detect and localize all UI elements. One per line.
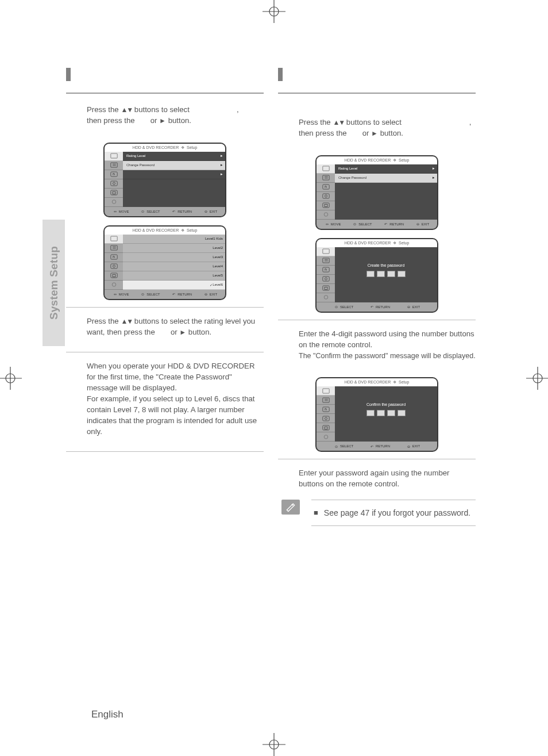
osd-create-password: HDD & DVD RECORDER ❖ Setup Create the pa…: [315, 238, 438, 313]
step-number: 4: [278, 328, 293, 361]
section-heading-rating: Rating Level: [66, 68, 264, 81]
svg-rect-12: [110, 153, 117, 158]
page: System Setup Rating Level 3 Press the ▲▼…: [0, 0, 548, 756]
osd-side-icons: [317, 164, 335, 220]
step-body: Enter the 4-digit password using the num…: [299, 328, 476, 361]
right-arrow: ►: [371, 129, 378, 139]
page-number: 44 -: [68, 708, 86, 720]
password-digit-box: [377, 410, 385, 416]
note-row: NOTE ■ See page 47 if you forgot your pa…: [278, 500, 476, 526]
step-4-left: 4 Press the ▲▼ buttons to select the rat…: [66, 316, 264, 346]
explain-body: When you operate your HDD & DVD RECORDER…: [87, 360, 264, 438]
password-digit-box: [387, 410, 395, 416]
section-rule: [66, 93, 264, 94]
step-rule: [66, 352, 264, 352]
bullet-icon: ■: [314, 508, 318, 517]
osd-side-icons: [105, 235, 123, 290]
osd-message: Confirm the password: [366, 402, 406, 406]
osd-confirm-password: HDD & DVD RECORDER ❖ Setup Confirm the p…: [315, 377, 438, 452]
svg-point-18: [113, 182, 115, 185]
section-heading-password: Change Password: [278, 68, 476, 81]
svg-point-21: [112, 200, 116, 204]
note-label: NOTE: [278, 517, 303, 524]
svg-rect-13: [110, 163, 117, 167]
right-arrow: ►: [159, 116, 166, 126]
step-4-right: 4 Enter the 4-digit password using the n…: [278, 328, 476, 369]
svg-rect-16: [110, 172, 117, 176]
svg-rect-60: [325, 427, 327, 429]
osd-footer: ⊙SELECT ↶RETURN ⊖EXIT: [317, 442, 437, 451]
right-column: Change Password 3 Press the ▲▼ buttons t…: [278, 68, 476, 526]
step-rule: [66, 307, 264, 308]
step-body: Enter your password again using the numb…: [299, 467, 476, 489]
password-digit-box: [398, 271, 406, 277]
osd-content: Create the password: [335, 247, 437, 302]
note-box: ■ See page 47 if you forgot your passwor…: [311, 500, 476, 526]
svg-rect-43: [322, 258, 329, 263]
osd-footer: ⇔MOVE ⊙SELECT ↶RETURN ⊖EXIT: [105, 207, 225, 216]
svg-rect-50: [325, 287, 327, 290]
section-rule: [278, 93, 476, 94]
svg-point-31: [112, 283, 116, 287]
svg-rect-37: [322, 194, 329, 198]
svg-rect-26: [110, 255, 117, 259]
password-digit-box: [398, 410, 406, 416]
step-3-left: 3 Press the ▲▼ buttons to select Rating …: [66, 104, 264, 135]
svg-rect-47: [322, 277, 329, 281]
osd-content: Rating Level▸ Change Password▸: [335, 164, 437, 220]
svg-point-61: [324, 435, 328, 439]
svg-rect-40: [325, 205, 327, 207]
password-digit-box: [366, 271, 375, 277]
step-number: 3: [278, 117, 293, 139]
password-digit-box: [366, 410, 375, 416]
osd-content: Rating Level▸ Change Password▸ ▸: [123, 152, 225, 207]
osd-title: HDD & DVD RECORDER ❖ Setup: [105, 144, 225, 152]
osd-footer: ⇔MOVE ⊙SELECT ↶RETURN ⊖EXIT: [317, 220, 437, 229]
step-body: Press the ▲▼ buttons to select Change Pa…: [299, 117, 476, 139]
svg-point-51: [324, 296, 328, 300]
osd-content: Confirm the password: [335, 386, 437, 442]
osd-title: HDD & DVD RECORDER ❖ Setup: [317, 239, 437, 247]
svg-rect-42: [322, 249, 329, 254]
right-arrow: ►: [179, 328, 186, 337]
svg-rect-56: [322, 407, 329, 412]
osd-setup-password: HDD & DVD RECORDER ❖ Setup Rating Level▸…: [315, 155, 438, 230]
chapter-tab-label: System Setup: [48, 246, 60, 320]
osd-footer: ⇔MOVE ⊙SELECT ↶RETURN ⊖EXIT: [105, 290, 225, 299]
osd-side-icons: [317, 386, 335, 442]
svg-rect-27: [110, 264, 117, 268]
svg-point-28: [113, 265, 115, 267]
note-text: See page 47 if you forgot your password.: [324, 508, 470, 517]
osd-title: HDD & DVD RECORDER ❖ Setup: [317, 156, 437, 164]
svg-rect-57: [322, 416, 329, 421]
svg-point-41: [324, 213, 328, 217]
svg-point-58: [325, 417, 327, 420]
step-rule: [278, 459, 476, 459]
osd-side-icons: [317, 247, 335, 302]
osd-footer: ⊙SELECT ↶RETURN ⊖EXIT: [317, 302, 437, 312]
osd-message: Create the password: [368, 263, 405, 267]
explain-left: When you operate your HDD & DVD RECORDER…: [66, 360, 264, 446]
left-column: Rating Level 3 Press the ▲▼ buttons to s…: [66, 68, 264, 460]
step-number: 3: [66, 104, 81, 126]
up-down-arrows: ▲▼: [121, 105, 132, 115]
step-body: Press the ▲▼ buttons to select the ratin…: [87, 316, 264, 338]
step-rule: [66, 451, 264, 452]
up-down-arrows: ▲▼: [333, 118, 344, 128]
step-5-right: 5 Enter your password again using the nu…: [278, 467, 476, 497]
svg-rect-23: [110, 245, 117, 250]
step-3-right: 3 Press the ▲▼ buttons to select Change …: [278, 117, 476, 147]
osd-rating-levels: HDD & DVD RECORDER ❖ Setup Level1 Kids L…: [103, 225, 226, 300]
svg-rect-17: [110, 181, 117, 186]
svg-point-48: [325, 278, 327, 280]
osd-title: HDD & DVD RECORDER ❖ Setup: [105, 227, 225, 235]
svg-rect-36: [322, 185, 329, 189]
password-digit-box: [387, 271, 395, 277]
svg-rect-32: [322, 166, 329, 171]
step-body: Press the ▲▼ buttons to select Rating Le…: [87, 104, 264, 126]
svg-rect-52: [322, 389, 329, 393]
page-language: English: [91, 709, 124, 720]
svg-rect-20: [113, 192, 115, 194]
svg-rect-22: [110, 236, 117, 241]
note-icon: [281, 500, 300, 515]
